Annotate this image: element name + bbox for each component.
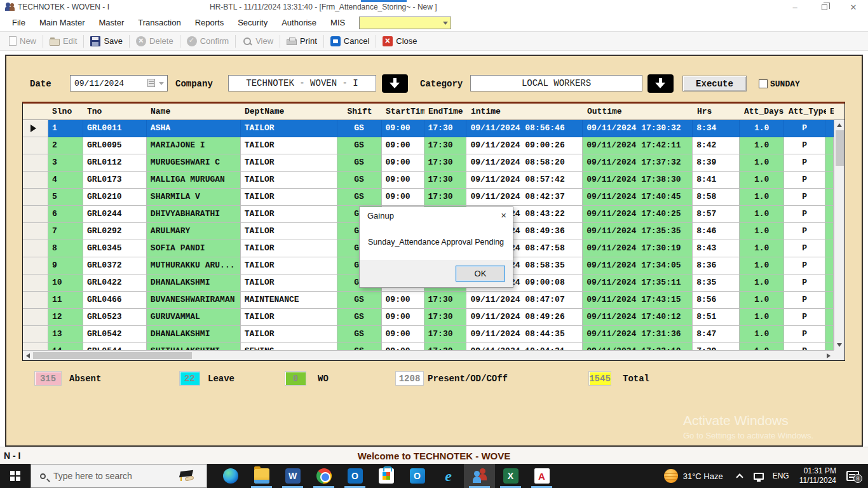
cell-att-type[interactable]: P [784,257,825,274]
cell-shift[interactable]: GS [337,120,382,137]
cell-slno[interactable]: 10 [48,274,83,292]
cell-hrs[interactable]: 8:47 [693,326,740,343]
cell-slno[interactable]: 3 [48,154,83,172]
cell-starttime[interactable]: 09:00 [382,343,424,350]
cell-slno[interactable]: 11 [48,292,83,309]
language-indicator[interactable]: ENG [773,471,789,480]
cell-tno[interactable]: GRL0466 [83,292,147,309]
cell-att-type[interactable]: P [784,292,825,309]
cell-starttime[interactable]: 09:00 [382,154,424,172]
row-selector[interactable] [23,309,48,326]
cancel-button[interactable]: Cancel [325,34,374,48]
taskbar-icon-file-explorer[interactable] [246,464,277,488]
cell-tno[interactable]: GRL0544 [83,343,147,350]
cell-att-days[interactable]: 1.0 [740,343,784,350]
tray-chevron-up-icon[interactable] [736,473,743,480]
cell-outtime[interactable]: 09/11/2024 17:38:30 [583,172,693,189]
row-selector[interactable] [23,120,48,137]
company-field[interactable]: TECHNOTEK - WOVEN - I [228,75,376,92]
cell-name[interactable]: DHIVYABHARATHI [147,206,241,223]
cell-endtime[interactable]: 17:30 [424,326,467,343]
taskbar-icon-people[interactable] [464,464,495,488]
cell-att-days[interactable]: 1.0 [740,120,784,137]
save-button[interactable]: Save [85,34,128,48]
cell-name[interactable]: SOFIA PANDI [147,240,241,257]
taskbar-icon-outlook-mail[interactable]: O [402,464,433,488]
cell-tno[interactable]: GRL0542 [83,326,147,343]
cell-e[interactable] [825,240,834,257]
cell-shift[interactable]: GS [337,137,382,154]
cell-shift[interactable]: GS [337,292,382,309]
cell-outtime[interactable]: 09/11/2024 17:34:05 [583,257,693,274]
menu-item-file[interactable]: File [5,14,32,32]
column-header-name[interactable]: Name [147,104,241,119]
cell-deptname[interactable]: TAILOR [241,189,337,206]
cell-outtime[interactable]: 09/11/2024 17:42:11 [583,137,693,154]
column-header-deptname[interactable]: DeptName [241,104,337,119]
menu-combobox[interactable] [359,17,451,29]
taskbar-icon-chrome[interactable] [308,464,339,488]
cell-name[interactable]: ARULMARY [147,223,241,240]
table-row[interactable]: 13GRL0542DHANALAKSHMITAILORGS09:0017:300… [23,326,834,343]
notification-icon[interactable]: 8 [846,471,859,481]
column-header-att-days[interactable]: Att_Days [740,104,785,119]
cell-starttime[interactable]: 09:00 [382,120,424,137]
cell-starttime[interactable]: 09:00 [382,292,424,309]
cell-outtime[interactable]: 09/11/2024 17:33:10 [583,343,693,350]
cell-hrs[interactable]: 7:29 [693,343,740,350]
cell-slno[interactable]: 4 [48,172,83,189]
cell-att-days[interactable]: 1.0 [740,257,784,274]
cell-att-type[interactable]: P [784,309,825,326]
cell-tno[interactable]: GRL0011 [83,120,147,137]
cell-tno[interactable]: GRL0422 [83,274,147,292]
cell-endtime[interactable]: 17:30 [424,343,467,350]
cell-starttime[interactable]: 09:00 [382,326,424,343]
cell-outtime[interactable]: 09/11/2024 17:40:25 [583,206,693,223]
dialog-close-icon[interactable]: × [501,210,506,220]
cell-tno[interactable]: GRL0345 [83,240,147,257]
cell-att-days[interactable]: 1.0 [740,274,784,292]
close-button[interactable]: Close [377,34,422,48]
menu-item-reports[interactable]: Reports [188,14,231,32]
cell-intime[interactable]: 09/11/2024 08:56:46 [466,120,583,137]
cell-endtime[interactable]: 17:30 [424,292,467,309]
cell-e[interactable] [825,223,834,240]
table-row[interactable]: 11GRL0466BUVANESHWARIRAMANMAINTENANCEGS0… [23,292,834,309]
table-row[interactable]: 12GRL0523GURUVAMMALTAILORGS09:0017:3009/… [23,309,834,326]
sunday-checkbox[interactable] [759,79,768,88]
cell-att-days[interactable]: 1.0 [740,223,784,240]
cell-hrs[interactable]: 8:39 [693,154,740,172]
column-header-tno[interactable]: Tno [83,104,147,119]
cell-intime[interactable]: 09/11/2024 08:57:42 [466,172,583,189]
cell-starttime[interactable]: 09:00 [382,137,424,154]
cell-slno[interactable]: 2 [48,137,83,154]
cell-deptname[interactable]: TAILOR [241,257,337,274]
cell-att-type[interactable]: P [784,137,825,154]
table-row[interactable]: 3GRL0112MURUGESHWARI CTAILORGS09:0017:30… [23,154,834,172]
cell-starttime[interactable]: 09:00 [382,309,424,326]
cell-name[interactable]: MALLIGA MURUGAN [147,172,241,189]
cell-outtime[interactable]: 09/11/2024 17:31:36 [583,326,693,343]
cell-deptname[interactable]: TAILOR [241,172,337,189]
cell-tno[interactable]: GRL0244 [83,206,147,223]
cell-name[interactable]: MURUGESHWARI C [147,154,241,172]
cell-slno[interactable]: 14 [48,343,83,350]
vertical-scroll-thumb[interactable] [836,130,844,166]
cell-att-days[interactable]: 1.0 [740,326,784,343]
row-selector[interactable] [23,206,48,223]
cell-e[interactable] [825,326,834,343]
ok-button[interactable]: OK [456,266,505,281]
cell-outtime[interactable]: 09/11/2024 17:30:19 [583,240,693,257]
table-row[interactable]: 2GRL0095MARIAJONE ITAILORGS09:0017:3009/… [23,137,834,154]
cell-name[interactable]: GURUVAMMAL [147,309,241,326]
category-field[interactable]: LOCAL WORKERS [470,75,642,92]
cell-intime[interactable]: 09/11/2024 08:47:07 [466,292,583,309]
cell-e[interactable] [825,274,834,292]
cell-att-days[interactable]: 1.0 [740,206,784,223]
start-button[interactable] [0,464,31,488]
cell-slno[interactable]: 12 [48,309,83,326]
cell-shift[interactable]: GS [337,172,382,189]
cell-deptname[interactable]: TAILOR [241,154,337,172]
menu-item-mis[interactable]: MIS [323,14,352,32]
cell-hrs[interactable]: 8:43 [693,240,740,257]
